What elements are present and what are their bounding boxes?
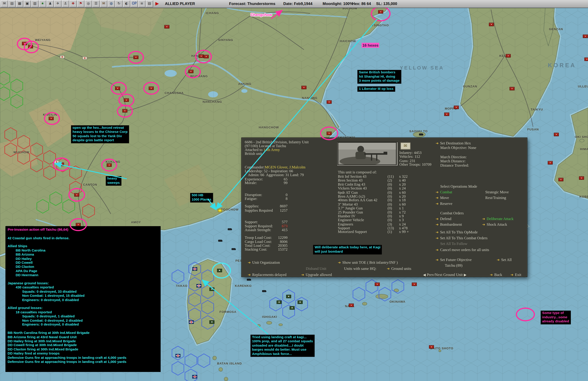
supply-level-label: SL: 135,000 [376,1,397,6]
circle-annotation-layer [0,0,588,381]
message-icon[interactable]: ✉ [100,0,107,7]
save-icon[interactable]: ▦ [16,0,23,7]
star-icon[interactable]: ★ [39,0,46,7]
annotation-circle [101,158,117,171]
phase-icon[interactable]: ◐ [123,0,130,7]
annotation-circle [371,6,391,22]
annotation-circle [68,188,85,202]
annotation-circle [128,51,144,64]
units-icon[interactable]: ♟ [47,0,54,7]
globe-icon[interactable]: ◍ [108,0,115,7]
chart-icon[interactable]: ▥ [31,0,39,7]
list-icon[interactable]: ≡ [138,0,146,7]
flag-icon[interactable]: ⚑ [77,0,84,7]
annotation-circle [44,112,60,125]
ops-icon[interactable]: OP [130,0,138,7]
top-toolbar: ✉▤▦▣▥★♟✈⚓✚⚑◎☰✉◍↻◐OP≡▤▶ ALLIED PLAYER For… [0,0,588,8]
annotation-circle [117,105,133,117]
annotation-circle [212,262,231,278]
annotation-circle [69,218,87,231]
annotation-circle [24,41,39,53]
naval-icon[interactable]: ⚓ [62,0,69,7]
mail-icon[interactable]: ✉ [1,0,8,7]
next-turn-icon[interactable]: ▶ [153,0,161,7]
annotation-circle [53,157,70,171]
report-icon[interactable]: ▤ [146,0,153,7]
date-label: Date: Feb9,1944 [283,1,313,6]
air-icon[interactable]: ✈ [54,0,62,7]
medical-icon[interactable]: ✚ [69,0,77,7]
moonlight-label: Moonlight: 100% [323,1,353,6]
orders-icon[interactable]: ☰ [92,0,100,7]
cycle-icon[interactable]: ↻ [115,0,123,7]
annotation-circle [185,66,201,78]
annotation-circle [516,308,535,321]
annotation-circle [111,82,127,95]
forecast-label: Forecast: Thunderstorms [229,1,275,6]
game-screen: ICHANGSUCHOWTSINGTAOGENZANWEIYANGSINYANG… [0,0,588,381]
annotation-circle [320,127,338,140]
player-indicator: ALLIED PLAYER [165,1,195,6]
hex-coordinate-label: Hex: 86 64 [352,1,371,6]
window-icon[interactable]: ▣ [24,0,31,7]
print-icon[interactable]: ▤ [8,0,16,7]
recon-icon[interactable]: ◎ [85,0,92,7]
annotation-circle [195,50,212,63]
annotation-circle [143,82,159,95]
